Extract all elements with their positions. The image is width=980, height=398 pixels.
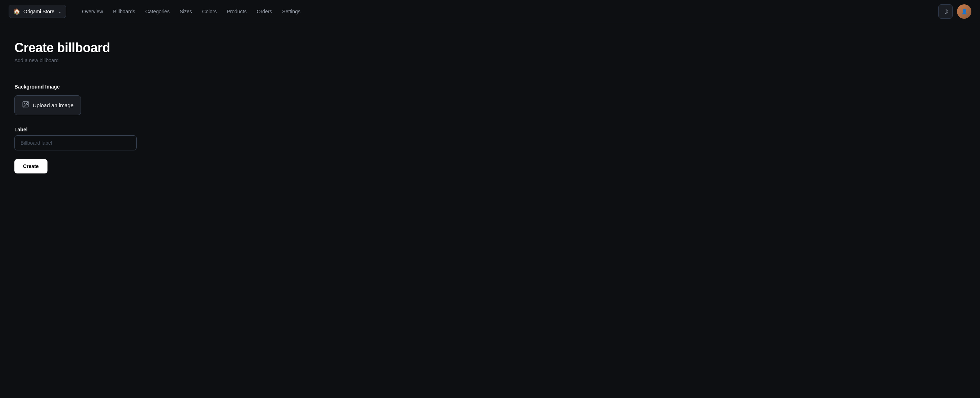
store-name: Origami Store: [23, 9, 55, 14]
billboard-label-input[interactable]: [14, 135, 137, 150]
nav-right: ☽ 👤: [938, 4, 971, 19]
nav-sizes[interactable]: Sizes: [175, 6, 196, 17]
page-subtitle: Add a new billboard: [14, 57, 309, 63]
nav-settings[interactable]: Settings: [278, 6, 305, 17]
svg-point-1: [24, 103, 25, 104]
nav-billboards[interactable]: Billboards: [109, 6, 139, 17]
moon-icon: ☽: [943, 8, 948, 16]
upload-image-button[interactable]: Upload an image: [14, 96, 81, 115]
navbar: 🏠 Origami Store ⌄ Overview Billboards Ca…: [0, 0, 980, 23]
store-selector[interactable]: 🏠 Origami Store ⌄: [9, 5, 66, 18]
nav-products[interactable]: Products: [222, 6, 251, 17]
background-image-section: Background Image Upload an image: [14, 84, 309, 115]
create-button[interactable]: Create: [14, 159, 48, 174]
nav-colors[interactable]: Colors: [198, 6, 221, 17]
nav-categories[interactable]: Categories: [141, 6, 174, 17]
nav-overview[interactable]: Overview: [78, 6, 107, 17]
store-icon: 🏠: [13, 8, 21, 15]
dark-mode-button[interactable]: ☽: [938, 4, 953, 19]
avatar-initials: 👤: [961, 9, 967, 14]
nav-links: Overview Billboards Categories Sizes Col…: [78, 6, 927, 17]
main-content: Create billboard Add a new billboard Bac…: [0, 23, 324, 191]
background-image-label: Background Image: [14, 84, 309, 89]
label-field-label: Label: [14, 127, 309, 132]
nav-orders[interactable]: Orders: [253, 6, 277, 17]
chevron-down-icon: ⌄: [58, 9, 62, 14]
label-section: Label: [14, 127, 309, 150]
section-divider: [14, 72, 309, 72]
avatar[interactable]: 👤: [957, 4, 971, 19]
upload-button-label: Upload an image: [33, 102, 73, 108]
upload-icon: [22, 101, 29, 110]
page-title: Create billboard: [14, 40, 309, 56]
